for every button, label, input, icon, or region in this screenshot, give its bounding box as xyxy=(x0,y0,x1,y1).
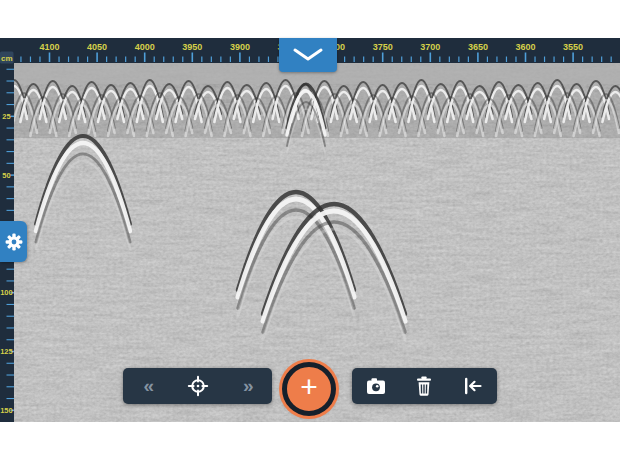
svg-text:100: 100 xyxy=(0,288,13,297)
actions-toolbar xyxy=(352,368,497,404)
svg-text:50: 50 xyxy=(2,171,10,180)
svg-text:3650: 3650 xyxy=(468,42,488,52)
settings-button[interactable] xyxy=(0,221,27,262)
svg-text:3550: 3550 xyxy=(563,42,583,52)
double-chevron-left-icon: « xyxy=(144,376,153,395)
double-chevron-right-icon: » xyxy=(243,376,252,395)
prev-target-button[interactable]: « xyxy=(123,368,173,404)
svg-text:3750: 3750 xyxy=(373,42,393,52)
trash-icon xyxy=(414,376,434,396)
collapse-left-icon xyxy=(463,376,483,396)
crosshair-target-icon xyxy=(187,375,209,397)
collapse-left-button[interactable] xyxy=(449,368,497,404)
locate-button[interactable] xyxy=(173,368,223,404)
svg-text:4100: 4100 xyxy=(39,42,59,52)
unit-label: cm xyxy=(1,54,13,63)
screenshot-button[interactable] xyxy=(352,368,400,404)
plus-icon: + xyxy=(300,372,318,402)
camera-icon xyxy=(366,377,386,396)
collapse-panel-button[interactable] xyxy=(279,38,337,72)
next-target-button[interactable]: » xyxy=(222,368,272,404)
gpr-viewer-app: 4100405040003950390038503800375037003650… xyxy=(0,0,620,466)
svg-text:4000: 4000 xyxy=(135,42,155,52)
chevron-down-icon xyxy=(279,42,337,72)
svg-text:150: 150 xyxy=(0,406,13,415)
screenshot-canvas: 4100405040003950390038503800375037003650… xyxy=(0,0,620,466)
svg-text:3600: 3600 xyxy=(515,42,535,52)
svg-text:3900: 3900 xyxy=(230,42,250,52)
svg-text:4050: 4050 xyxy=(87,42,107,52)
svg-text:3950: 3950 xyxy=(182,42,202,52)
svg-text:3700: 3700 xyxy=(420,42,440,52)
svg-text:25: 25 xyxy=(2,112,10,121)
navigation-toolbar: « » xyxy=(123,368,272,404)
add-marker-button[interactable]: + xyxy=(282,362,336,416)
delete-button[interactable] xyxy=(400,368,448,404)
svg-text:125: 125 xyxy=(0,347,13,356)
gear-icon xyxy=(3,231,25,253)
